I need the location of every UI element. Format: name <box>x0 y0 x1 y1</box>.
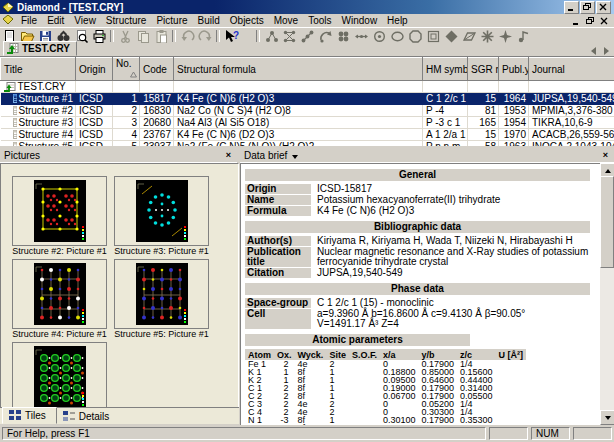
view-tab-tiles[interactable]: Tiles <box>2 407 57 424</box>
document-tab-bar: TEST.CRY <box>0 43 614 56</box>
data-row-origin: OriginICSD-15817 <box>245 184 590 194</box>
cell-box-button[interactable] <box>424 29 442 44</box>
print-button[interactable] <box>90 29 108 44</box>
data-brief-dropdown-icon[interactable] <box>292 150 298 161</box>
plane-button[interactable] <box>460 29 478 44</box>
table-row-root[interactable]: TEST.CRY <box>1 81 614 93</box>
data-label: Publication title <box>245 247 311 267</box>
data-brief-header: Data brief × <box>240 148 614 163</box>
scrollbar-thumb[interactable] <box>600 176 614 268</box>
molecule-icon <box>264 29 279 44</box>
menu-edit[interactable]: Edit <box>42 15 69 26</box>
column-header-hm-symbol[interactable]: HM symbol <box>423 58 468 81</box>
pointer-button[interactable] <box>316 29 334 44</box>
data-brief-panel: Data brief × GeneralOriginICSD-15817Name… <box>240 148 614 425</box>
copy-button[interactable] <box>134 29 152 44</box>
picture-thumbnail[interactable] <box>12 259 107 329</box>
menu-window[interactable]: Window <box>337 15 383 26</box>
molecule-button[interactable] <box>262 29 280 44</box>
menu-picture[interactable]: Picture <box>151 15 192 26</box>
table-row-structure-4[interactable]: Structure #4ICSD423767K4 Fe (C N)6 (D2 O… <box>1 129 614 141</box>
pictures-view-tabs: TilesDetails <box>0 407 239 424</box>
window-title: Diamond - [TEST.CRY] <box>17 2 123 13</box>
help-button[interactable]: ? <box>222 29 240 44</box>
crystal-file-icon <box>4 82 16 92</box>
close-button[interactable] <box>596 1 611 14</box>
menu-tools[interactable]: Tools <box>303 15 336 26</box>
minimize-button[interactable] <box>564 1 579 14</box>
menu-view[interactable]: View <box>69 15 101 26</box>
menu-move[interactable]: Move <box>269 15 303 26</box>
polyhedron-button[interactable] <box>442 29 460 44</box>
pictures-close-icon[interactable]: × <box>222 149 235 161</box>
table-row-structure-1[interactable]: Structure #1ICSD115817K4 Fe (C N)6 (H2 O… <box>1 93 614 105</box>
structure-grid-icon <box>13 130 17 139</box>
column-header-code[interactable]: Code <box>140 58 174 81</box>
status-help-text: For Help, press F1 <box>2 427 486 440</box>
pictures-panel-header: Pictures × <box>0 148 237 163</box>
view-tab-label: Tiles <box>25 410 46 421</box>
column-header-publ-year[interactable]: Publ.year <box>499 58 529 81</box>
document-grid-icon <box>7 43 19 54</box>
chain-button[interactable] <box>298 29 316 44</box>
picture-thumbnail[interactable] <box>12 176 107 246</box>
menu-file[interactable]: File <box>16 15 42 26</box>
ellipse-button[interactable] <box>388 29 406 44</box>
note-button[interactable] <box>514 29 532 44</box>
toolbar: ? <box>0 27 614 44</box>
polygon-button[interactable] <box>406 29 424 44</box>
picture-tile-5[interactable]: Structure #6: Picture #1 <box>12 342 107 410</box>
column-header-title[interactable]: Title <box>1 58 76 81</box>
tab-testcry[interactable]: TEST.CRY <box>3 41 77 56</box>
undo-button[interactable] <box>178 29 196 44</box>
picture-tile-3[interactable]: Structure #4: Picture #1 <box>12 259 107 340</box>
data-brief-scrollbar[interactable] <box>600 163 614 425</box>
cut-button[interactable] <box>116 29 134 44</box>
data-label: Formula <box>245 206 311 216</box>
atom-dot-button[interactable] <box>370 29 388 44</box>
data-label: Origin <box>245 184 311 194</box>
table-row-structure-3[interactable]: Structure #3ICSD320680Na4 Al3 (Al Si5 O1… <box>1 117 614 129</box>
data-brief-close-icon[interactable]: × <box>599 149 612 161</box>
section-heading-bibliographic-data: Bibliographic data <box>245 221 590 233</box>
paste-button[interactable] <box>152 29 170 44</box>
tab-scroll-right-icon[interactable] <box>600 45 612 56</box>
picture-thumbnail[interactable] <box>114 176 209 246</box>
document-icon[interactable] <box>2 15 14 26</box>
picture-tile-4[interactable]: Structure #5: Picture #1 <box>114 259 209 340</box>
menu-structure[interactable]: Structure <box>101 15 152 26</box>
section-heading-atomic-parameters: Atomic parameters <box>245 334 470 346</box>
column-header-origin[interactable]: Origin <box>76 58 113 81</box>
column-header-journal[interactable]: Journal <box>529 58 614 81</box>
view-tab-details[interactable]: Details <box>57 409 120 424</box>
picture-tile-1[interactable]: Structure #2: Picture #1 <box>12 176 107 257</box>
starburst-button[interactable] <box>496 29 514 44</box>
redo-button[interactable] <box>196 29 214 44</box>
restore-button[interactable] <box>580 1 595 14</box>
picture-thumbnail[interactable] <box>114 259 209 329</box>
network-button[interactable] <box>280 29 298 44</box>
star-icon <box>480 29 495 44</box>
table-row-structure-2[interactable]: Structure #2ICSD216830Na2 Co (N C S)4 (H… <box>1 105 614 117</box>
picture-tile-label: Structure #4: Picture #1 <box>12 329 107 340</box>
atomic-column-u-: U [Å²] <box>496 349 527 360</box>
menu-objects[interactable]: Objects <box>225 15 269 26</box>
picture-thumbnail[interactable] <box>12 342 107 410</box>
tab-scroll-left-icon[interactable] <box>587 45 599 56</box>
picture-tile-2[interactable]: Structure #3: Picture #1 <box>114 176 209 257</box>
mdi-restore-button[interactable] <box>584 16 596 26</box>
column-header-sgr-no-[interactable]: SGR no. <box>468 58 499 81</box>
menu-build[interactable]: Build <box>193 15 225 26</box>
scroll-down-icon[interactable] <box>600 410 614 425</box>
column-header-structural-formula[interactable]: Structural formula <box>174 58 423 81</box>
mdi-minimize-button[interactable] <box>570 16 582 26</box>
mdi-close-button[interactable] <box>598 16 610 26</box>
packing-button[interactable] <box>334 29 352 44</box>
pictures-panel: Pictures × Structure #2: Picture #1Struc… <box>0 148 237 425</box>
column-header-no-[interactable]: No. <box>113 58 140 81</box>
diamond-app-window: Diamond - [TEST.CRY] FileEditViewStructu… <box>0 0 614 442</box>
menu-help[interactable]: Help <box>382 15 413 26</box>
star-button[interactable] <box>478 29 496 44</box>
status-num-indicator: NUM <box>531 427 570 440</box>
move-atoms-button[interactable] <box>352 29 370 44</box>
